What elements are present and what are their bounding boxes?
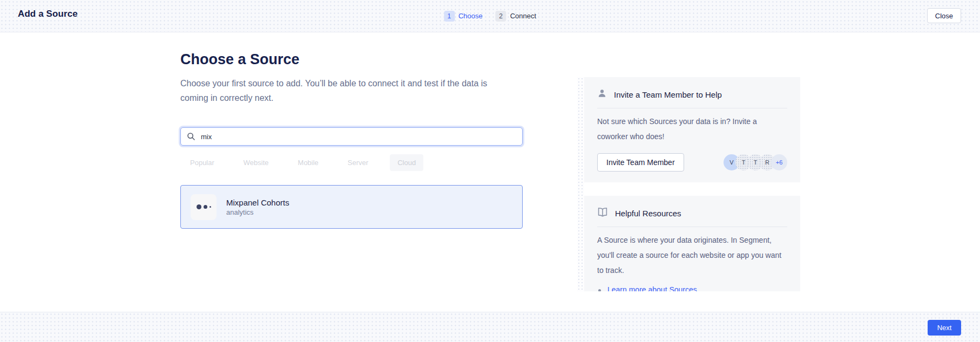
step-connect[interactable]: 2 Connect bbox=[496, 11, 536, 22]
invite-team-member-button[interactable]: Invite Team Member bbox=[597, 153, 684, 172]
search-icon bbox=[187, 132, 195, 141]
source-result-mixpanel-cohorts[interactable]: Mixpanel Cohorts analytics bbox=[180, 185, 523, 229]
tab-website[interactable]: Website bbox=[236, 154, 276, 171]
next-button[interactable]: Next bbox=[928, 320, 961, 336]
invite-panel-title: Invite a Team Member to Help bbox=[614, 90, 722, 99]
learn-more-sources-link[interactable]: Learn more about Sources bbox=[607, 285, 697, 291]
mixpanel-dots-logo-icon bbox=[191, 194, 217, 220]
invite-panel-body: Not sure which Sources your data is in? … bbox=[597, 114, 787, 144]
step-label: Connect bbox=[510, 12, 536, 20]
step-label: Choose bbox=[458, 12, 483, 20]
invite-actions-row: Invite Team Member V T T R +6 bbox=[597, 153, 787, 172]
resource-links: Learn more about Sources bbox=[597, 285, 787, 291]
book-icon bbox=[597, 207, 608, 219]
page-title: Add a Source bbox=[18, 9, 78, 19]
step-number-badge: 2 bbox=[496, 11, 506, 22]
sidebar-texture-strip bbox=[577, 77, 584, 291]
source-search bbox=[180, 127, 523, 146]
source-category: analytics bbox=[226, 208, 289, 217]
resource-link-item: Learn more about Sources bbox=[597, 285, 787, 291]
divider bbox=[597, 227, 787, 227]
invite-team-panel: Invite a Team Member to Help Not sure wh… bbox=[584, 77, 800, 182]
tab-server[interactable]: Server bbox=[340, 154, 376, 171]
resources-panel-body: A Source is where your data originates. … bbox=[597, 232, 787, 278]
category-tabs: Popular Website Mobile Server Cloud bbox=[183, 154, 423, 171]
resources-panel-title: Helpful Resources bbox=[615, 209, 681, 218]
close-button[interactable]: Close bbox=[927, 8, 961, 23]
resources-panel-header: Helpful Resources bbox=[597, 196, 787, 220]
top-bar: Add a Source 1 Choose 2 Connect Close bbox=[0, 0, 980, 32]
source-text: Mixpanel Cohorts analytics bbox=[226, 197, 289, 217]
tab-mobile[interactable]: Mobile bbox=[290, 154, 326, 171]
footer-bar: Next bbox=[0, 312, 980, 342]
helpful-resources-panel: Helpful Resources A Source is where your… bbox=[584, 196, 800, 291]
stepper: 1 Choose 2 Connect bbox=[444, 0, 536, 32]
team-avatars: V T T R +6 bbox=[724, 154, 787, 170]
section-description: Choose your first source to add. You’ll … bbox=[180, 76, 504, 105]
person-icon bbox=[597, 88, 607, 100]
source-name: Mixpanel Cohorts bbox=[226, 197, 289, 208]
step-number-badge: 1 bbox=[444, 11, 455, 22]
step-choose[interactable]: 1 Choose bbox=[444, 11, 483, 22]
search-input[interactable] bbox=[180, 127, 523, 146]
avatar-overflow-count: +6 bbox=[771, 154, 787, 170]
section-heading: Choose a Source bbox=[180, 51, 300, 68]
invite-panel-header: Invite a Team Member to Help bbox=[597, 77, 787, 101]
divider bbox=[597, 108, 787, 108]
tab-cloud[interactable]: Cloud bbox=[390, 154, 423, 171]
tab-popular[interactable]: Popular bbox=[183, 154, 222, 171]
